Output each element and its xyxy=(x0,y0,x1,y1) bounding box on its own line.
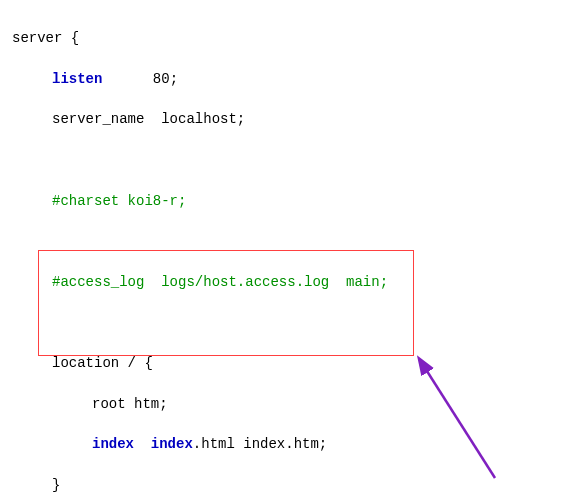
code-line: listen 80; xyxy=(12,69,568,89)
code-line: server { xyxy=(12,28,568,48)
keyword-index: index xyxy=(92,436,134,452)
code-line: root htm; xyxy=(12,394,568,414)
text: } xyxy=(52,477,60,493)
blank-line xyxy=(12,231,568,251)
text: .html index xyxy=(193,436,285,452)
comment: #charset koi8-r; xyxy=(52,193,186,209)
code-line: } xyxy=(12,475,568,495)
text: .htm; xyxy=(285,436,327,452)
keyword-listen: listen xyxy=(52,71,102,87)
comment: #access_log logs/host.access.log main; xyxy=(52,274,388,290)
code-line: location / { xyxy=(12,353,568,373)
text: location / { xyxy=(52,355,153,371)
blank-line xyxy=(12,312,568,332)
text: root htm; xyxy=(92,396,168,412)
comment-line: #charset koi8-r; xyxy=(12,191,568,211)
text: 80; xyxy=(102,71,178,87)
nginx-config-code: server { listen 80; server_name localhos… xyxy=(0,0,580,500)
text: server_name localhost; xyxy=(52,111,245,127)
code-line: index index.html index.htm; xyxy=(12,434,568,454)
comment-line: #access_log logs/host.access.log main; xyxy=(12,272,568,292)
highlight-box xyxy=(38,250,414,356)
blank-line xyxy=(12,150,568,170)
text: index xyxy=(134,436,193,452)
svg-line-0 xyxy=(425,368,495,478)
text: server { xyxy=(12,30,79,46)
code-line: server_name localhost; xyxy=(12,109,568,129)
